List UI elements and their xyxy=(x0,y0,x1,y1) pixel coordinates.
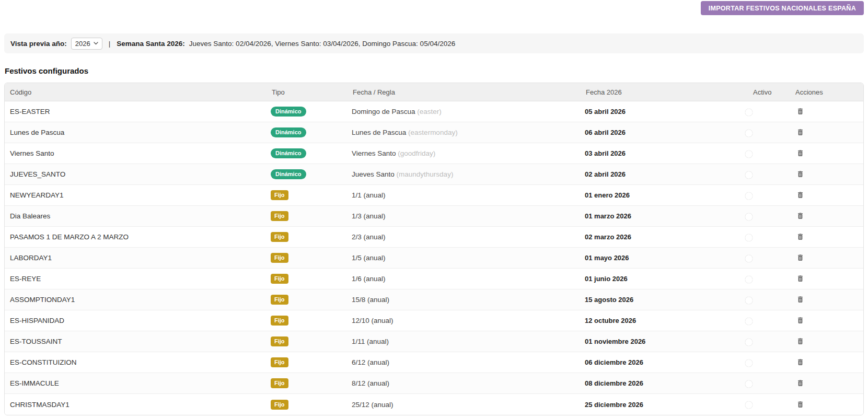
type-badge: Fijo xyxy=(271,295,288,305)
delete-button[interactable] xyxy=(795,231,805,242)
table-header-row: Código Tipo Fecha / Regla Fecha 2026 Act… xyxy=(5,83,863,101)
holiday-date: 01 enero 2026 xyxy=(585,191,749,199)
type-badge: Fijo xyxy=(271,274,288,284)
trash-icon xyxy=(796,400,804,409)
table-row: ASSOMPTIONDAY1 Fijo 15/8 (anual) 15 agos… xyxy=(5,289,863,310)
type-badge: Dinámico xyxy=(271,107,306,117)
type-badge: Fijo xyxy=(271,232,288,242)
trash-icon xyxy=(796,337,804,345)
holiday-rule: Jueves Santo xyxy=(352,170,395,178)
table-row: JUEVES_SANTO Dinámico Jueves Santo (maun… xyxy=(5,164,863,185)
delete-button[interactable] xyxy=(795,252,805,263)
separator: | xyxy=(107,40,113,48)
delete-button[interactable] xyxy=(795,315,805,326)
holiday-code: JUEVES_SANTO xyxy=(5,170,271,178)
delete-button[interactable] xyxy=(795,148,805,158)
holiday-date: 02 marzo 2026 xyxy=(585,233,749,241)
type-badge: Fijo xyxy=(271,316,288,326)
table-row: Dia Baleares Fijo 1/3 (anual) 01 marzo 2… xyxy=(5,206,863,227)
delete-button[interactable] xyxy=(795,378,805,388)
holiday-date: 02 abril 2026 xyxy=(585,170,749,178)
holiday-code: ES-HISPANIDAD xyxy=(5,317,271,324)
delete-button[interactable] xyxy=(795,169,805,179)
holiday-code: CHRISTMASDAY1 xyxy=(5,401,271,409)
table-row: ES-CONSTITUIZION Fijo 6/12 (anual) 06 di… xyxy=(5,352,863,373)
type-badge: Fijo xyxy=(271,400,288,410)
trash-icon xyxy=(796,358,804,366)
holiday-date: 01 mayo 2026 xyxy=(585,254,749,262)
table-row: LABORDAY1 Fijo 1/5 (anual) 01 mayo 2026 xyxy=(5,248,863,269)
table-body: ES-EASTER Dinámico Domingo de Pascua (ea… xyxy=(5,101,863,415)
delete-button[interactable] xyxy=(795,336,805,346)
holiday-rule: 6/12 (anual) xyxy=(352,358,389,366)
holiday-date: 01 noviembre 2026 xyxy=(585,338,749,345)
holiday-rule: 2/3 (anual) xyxy=(352,233,386,241)
holiday-date: 03 abril 2026 xyxy=(585,149,749,157)
holiday-code: ES-EASTER xyxy=(5,108,271,115)
holiday-date: 05 abril 2026 xyxy=(585,108,749,115)
holiday-code: ASSOMPTIONDAY1 xyxy=(5,296,271,304)
type-badge: Fijo xyxy=(271,357,288,367)
delete-button[interactable] xyxy=(795,357,805,367)
holiday-code: LABORDAY1 xyxy=(5,254,271,262)
table-row: ES-EASTER Dinámico Domingo de Pascua (ea… xyxy=(5,101,863,122)
holiday-code: ES-REYE xyxy=(5,275,271,283)
preview-year-bar: Vista previa año: 2026 | Semana Santa 20… xyxy=(4,33,864,53)
holiday-date: 01 junio 2026 xyxy=(585,275,749,283)
trash-icon xyxy=(796,107,804,115)
holiday-rule: 12/10 (anual) xyxy=(352,317,394,324)
delete-button[interactable] xyxy=(795,190,805,200)
delete-button[interactable] xyxy=(795,273,805,284)
table-row: Lunes de Pascua Dinámico Lunes de Pascua… xyxy=(5,122,863,143)
holiday-code: Lunes de Pascua xyxy=(5,129,271,136)
holiday-rule-code: (easter) xyxy=(417,108,442,115)
trash-icon xyxy=(796,212,804,220)
delete-button[interactable] xyxy=(795,127,805,137)
delete-button[interactable] xyxy=(795,211,805,221)
trash-icon xyxy=(796,128,804,136)
table-row: PASAMOS 1 DE MARZO A 2 MARZO Fijo 2/3 (a… xyxy=(5,227,863,248)
type-badge: Dinámico xyxy=(271,169,306,179)
delete-button[interactable] xyxy=(795,294,805,305)
semana-santa-label: Semana Santa 2026: xyxy=(117,40,185,48)
holiday-rule: 1/11 (anual) xyxy=(352,338,389,345)
holiday-code: Dia Baleares xyxy=(5,212,271,220)
semana-santa-dates: Jueves Santo: 02/04/2026, Viernes Santo:… xyxy=(189,40,455,48)
holiday-date: 08 diciembre 2026 xyxy=(585,379,749,387)
table-row: ES-IMMACULE Fijo 8/12 (anual) 08 diciemb… xyxy=(5,373,863,394)
year-select[interactable]: 2026 xyxy=(71,38,102,50)
holiday-rule: Lunes de Pascua xyxy=(352,129,406,136)
holiday-date: 25 diciembre 2026 xyxy=(585,401,749,409)
holiday-code: NEWYEARDAY1 xyxy=(5,191,271,199)
holiday-rule: 1/6 (anual) xyxy=(352,275,386,283)
table-row: ES-TOUSSAINT Fijo 1/11 (anual) 01 noviem… xyxy=(5,331,863,352)
type-badge: Fijo xyxy=(271,211,288,221)
table-row: Viernes Santo Dinámico Viernes Santo (go… xyxy=(5,143,863,164)
holiday-code: ES-TOUSSAINT xyxy=(5,338,271,345)
trash-icon xyxy=(796,295,804,304)
delete-button[interactable] xyxy=(795,106,805,117)
page-title: Festivos configurados xyxy=(5,66,88,75)
trash-icon xyxy=(796,253,804,262)
holiday-date: 12 octubre 2026 xyxy=(585,317,749,324)
trash-icon xyxy=(796,149,804,157)
trash-icon xyxy=(796,191,804,199)
trash-icon xyxy=(796,233,804,241)
holiday-rule-code: (maundythursday) xyxy=(397,170,454,178)
header-acciones: Acciones xyxy=(791,88,863,96)
holiday-rule: 1/1 (anual) xyxy=(352,191,386,199)
type-badge: Fijo xyxy=(271,336,288,346)
holiday-rule: 25/12 (anual) xyxy=(352,401,394,409)
header-activo: Activo xyxy=(749,88,791,96)
delete-button[interactable] xyxy=(795,399,805,410)
preview-year-label: Vista previa año: xyxy=(10,40,67,48)
holiday-code: ES-CONSTITUIZION xyxy=(5,358,271,366)
type-badge: Fijo xyxy=(271,253,288,263)
type-badge: Dinámico xyxy=(271,127,306,137)
table-row: ES-REYE Fijo 1/6 (anual) 01 junio 2026 xyxy=(5,269,863,289)
holiday-rule: 15/8 (anual) xyxy=(352,296,389,304)
import-national-holidays-button[interactable]: IMPORTAR FESTIVOS NACIONALES ESPAÑA xyxy=(701,1,864,15)
type-badge: Fijo xyxy=(271,190,288,200)
trash-icon xyxy=(796,274,804,283)
holiday-rule: 1/5 (anual) xyxy=(352,254,386,262)
